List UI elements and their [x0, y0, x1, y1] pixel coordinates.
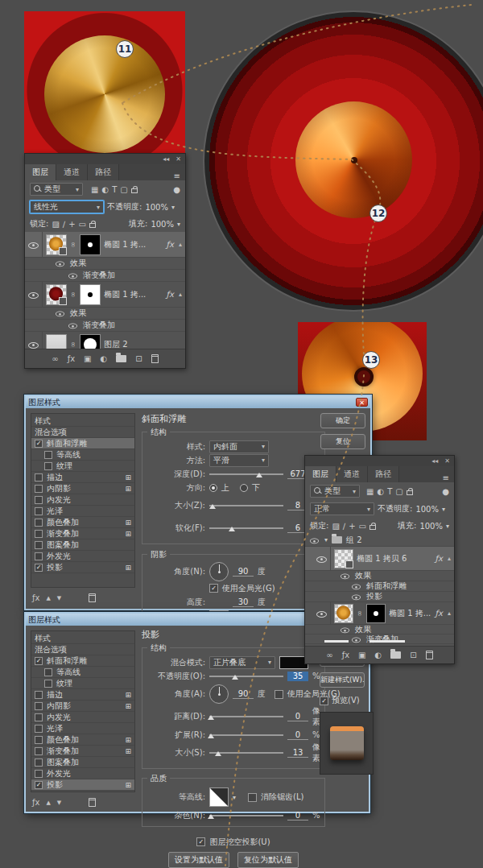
contour-picker[interactable] [209, 787, 229, 807]
checkbox-icon[interactable] [35, 702, 43, 710]
checkbox-icon[interactable] [35, 530, 43, 538]
opacity-slider[interactable] [209, 676, 283, 677]
tab-layers[interactable]: 图层 [305, 466, 336, 482]
shape-filter-icon[interactable]: ▢ [395, 487, 402, 496]
tab-channels[interactable]: 通道 [336, 466, 368, 482]
style-list-item-contour[interactable]: 等高线 [31, 449, 134, 461]
checkbox-icon[interactable] [44, 668, 52, 676]
adjustment-filter-icon[interactable]: ◐ [377, 487, 384, 496]
checkbox-icon[interactable] [35, 507, 43, 515]
style-list-item-pattern-overlay[interactable]: 图案叠加 [31, 539, 134, 551]
style-list-item-inner-shadow[interactable]: 内阴影⊞ [31, 701, 134, 712]
technique-dropdown[interactable]: 平滑▾ [209, 454, 269, 467]
lock-all-icon[interactable] [369, 525, 376, 530]
fx-badge[interactable]: ƒx [167, 240, 175, 249]
set-default-button[interactable]: 设置为默认值 [168, 852, 229, 868]
close-icon[interactable]: ✕ [175, 155, 181, 163]
chevron-down-icon[interactable]: ▾ [442, 506, 445, 513]
checkbox-icon[interactable] [44, 451, 52, 459]
fx-badge[interactable]: ƒx [167, 290, 175, 299]
collapse-effects-icon[interactable]: ▴ [179, 291, 185, 298]
style-list-item-inner-glow[interactable]: 内发光 [31, 712, 134, 723]
distance-slider[interactable] [209, 716, 283, 717]
style-list-item-outer-glow[interactable]: 外发光 [31, 768, 134, 779]
style-list-item-bevel-emboss[interactable]: ✓斜面和浮雕 [31, 655, 134, 667]
spread-value[interactable]: 0 [287, 730, 308, 740]
group-row[interactable]: ▾ 组 2 [305, 534, 454, 547]
spread-slider[interactable] [209, 734, 283, 736]
plus-icon[interactable]: ⊞ [125, 519, 131, 527]
layer-row-ellipse-copy-b[interactable]: ∞ 椭圆 1 拷... ƒx ▴ [25, 282, 185, 308]
adjustment-layer-icon[interactable]: ◐ [375, 651, 382, 659]
add-mask-icon[interactable]: ▣ [84, 354, 91, 363]
opacity-value[interactable]: 100% [145, 203, 168, 212]
eye-icon[interactable] [351, 592, 361, 601]
checkbox-icon[interactable] [35, 552, 43, 560]
checkbox-icon[interactable] [44, 680, 52, 688]
layer-thumbnail[interactable] [46, 234, 67, 255]
checkbox-icon[interactable] [35, 519, 43, 527]
collapse-icon[interactable]: ◂◂ [431, 457, 438, 465]
style-list-item-pattern-overlay[interactable]: 图案叠加 [31, 757, 134, 768]
style-list-item-color-overlay[interactable]: 颜色叠加⊞ [31, 517, 134, 528]
type-filter-icon[interactable]: T [112, 185, 117, 194]
filter-toggle-icon[interactable]: ● [173, 185, 180, 194]
angle-value[interactable]: 90 [233, 689, 254, 699]
collapse-effects-icon[interactable]: ▴ [179, 241, 185, 248]
visibility-cell[interactable] [25, 232, 43, 257]
layer-row-ellipse-copy-a[interactable]: ∞ 椭圆 1 拷... ƒx ▴ [25, 232, 185, 258]
add-mask-icon[interactable]: ▣ [358, 651, 365, 659]
plus-icon[interactable]: ⊞ [125, 530, 131, 538]
eye-icon[interactable] [351, 634, 361, 644]
chevron-down-icon[interactable]: ▾ [177, 221, 180, 228]
move-down-icon[interactable]: ▼ [57, 800, 61, 806]
effects-row[interactable]: 效果 [25, 258, 185, 270]
eye-icon[interactable] [68, 320, 78, 330]
eye-icon[interactable] [55, 258, 65, 268]
checkbox-icon[interactable]: ✓ [35, 657, 43, 665]
smart-object-filter-icon[interactable] [131, 188, 138, 193]
checkbox-icon[interactable]: ✓ [35, 564, 43, 572]
style-list-item-texture[interactable]: 纹理 [31, 461, 134, 472]
gradient-overlay-row[interactable]: 渐变叠加 [25, 270, 185, 282]
blend-mode-dropdown[interactable]: 正片叠底▾ [209, 656, 275, 669]
style-list-item-satin[interactable]: 光泽 [31, 506, 134, 517]
style-list-item-color-overlay[interactable]: 颜色叠加⊞ [31, 734, 134, 746]
shape-filter-icon[interactable]: ▢ [120, 185, 127, 194]
new-layer-icon[interactable]: ⊡ [410, 651, 416, 659]
size-slider[interactable] [209, 505, 283, 506]
chevron-down-icon[interactable]: ▾ [233, 794, 236, 801]
pixel-filter-icon[interactable]: ▦ [91, 185, 98, 194]
lock-artboard-icon[interactable]: ▭ [359, 522, 366, 531]
adjustment-layer-icon[interactable]: ◐ [101, 354, 108, 363]
global-light-checkbox[interactable]: ✓ [209, 584, 218, 593]
checkbox-icon[interactable] [35, 496, 43, 504]
checkbox-icon[interactable] [35, 736, 43, 744]
plus-icon[interactable]: ⊞ [125, 485, 131, 493]
new-group-icon[interactable] [390, 651, 401, 659]
close-icon[interactable]: ✕ [356, 398, 368, 407]
eye-icon[interactable] [340, 625, 350, 634]
plus-icon[interactable]: ⊞ [125, 691, 131, 699]
filter-toggle-icon[interactable]: ● [442, 487, 449, 496]
layer-thumbnail[interactable] [46, 284, 67, 305]
checkbox-icon[interactable] [35, 541, 43, 549]
style-list-item-inner-shadow[interactable]: 内阴影⊞ [31, 483, 134, 494]
preview-checkbox[interactable]: ✓ [320, 696, 328, 705]
style-list-item-texture[interactable]: 纹理 [31, 678, 134, 689]
link-layers-icon[interactable]: ∞ [326, 651, 332, 659]
plus-icon[interactable]: ⊞ [125, 781, 131, 789]
fx-icon[interactable]: ƒx [32, 593, 39, 602]
fx-badge[interactable]: ƒx [436, 609, 444, 618]
layer-mask-thumbnail[interactable] [80, 284, 101, 305]
delete-effect-icon[interactable] [89, 593, 96, 602]
size-value[interactable]: 13 [287, 748, 308, 758]
eye-icon[interactable] [351, 581, 361, 591]
plus-icon[interactable]: ⊞ [125, 736, 131, 744]
panel-menu-icon[interactable]: ≡ [169, 172, 185, 180]
layer-mask-thumbnail[interactable] [366, 604, 386, 623]
eye-icon[interactable] [309, 535, 320, 545]
style-list-item-stroke[interactable]: 描边⊞ [31, 472, 134, 483]
layer-row-ellipse-copy6[interactable]: 椭圆 1 拷贝 6 ƒx ▴ [305, 547, 454, 571]
checkbox-icon[interactable] [44, 462, 52, 470]
